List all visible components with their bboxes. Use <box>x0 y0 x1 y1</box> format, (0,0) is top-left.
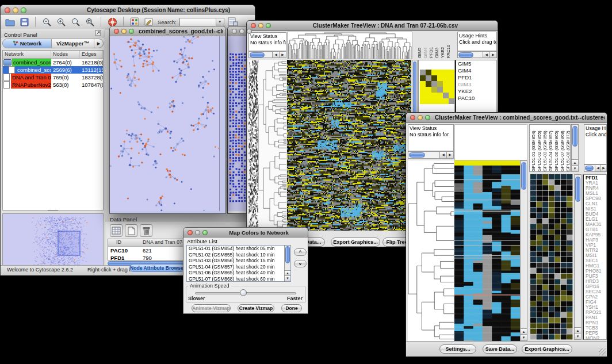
network1-hscrollbar[interactable] <box>110 211 225 213</box>
matrix-cell[interactable] <box>420 75 426 81</box>
network1-titlebar[interactable]: combined_scores_good.txt--cluste... <box>110 26 225 37</box>
scroll-left-icon[interactable]: ◀ <box>595 165 600 171</box>
scroll-thumb[interactable] <box>521 162 526 190</box>
attribute-listbox[interactable]: GPL51-01 (GSM854) heat shock 05 minGPL51… <box>186 245 291 282</box>
scroll-left-icon[interactable]: ◀ <box>272 52 279 58</box>
matrix-cell[interactable] <box>426 93 431 98</box>
tab-network[interactable]: Network <box>3 39 51 48</box>
minimize-button[interactable] <box>239 29 244 34</box>
network-canvas-1[interactable] <box>110 36 219 211</box>
export-graphics-button[interactable]: Export Graphics... <box>522 344 572 354</box>
open-file-icon[interactable] <box>4 16 16 28</box>
network-table-row[interactable]: combined_scores 2764(0) 16218(0) <box>3 59 103 66</box>
gene-label[interactable]: GIM3 <box>456 81 496 88</box>
move-up-button[interactable]: ^ <box>294 248 307 256</box>
scroll-left-icon[interactable]: ◀ <box>439 152 446 158</box>
float-panel-icon[interactable] <box>91 30 101 39</box>
zoom-window-button[interactable] <box>202 230 208 235</box>
scroll-right-icon[interactable]: ▶ <box>446 152 453 158</box>
gene-label[interactable]: YKE2 <box>456 88 496 95</box>
network-table-row[interactable]: RNAPuberNov2+ 563(0) 107847(0) <box>3 81 103 89</box>
matrix-cell[interactable] <box>426 87 431 93</box>
matrix-cell[interactable] <box>449 98 454 104</box>
settings-button[interactable]: Settings... <box>439 344 476 354</box>
matrix-cell[interactable] <box>449 87 454 93</box>
column-labels-vscrollbar[interactable]: ▲ ▼ <box>571 124 579 172</box>
matrix-cell[interactable] <box>420 87 426 93</box>
scroll-down-icon[interactable]: ▼ <box>572 165 578 171</box>
minimize-button[interactable] <box>195 230 200 235</box>
matrix-cell[interactable] <box>426 98 431 104</box>
attribute-list-vscrollbar[interactable]: ▲ ▼ <box>284 246 290 281</box>
gene-label[interactable]: GIM5 <box>456 60 496 67</box>
gene-label[interactable]: PFD1 <box>456 74 496 81</box>
matrix-cell[interactable] <box>443 75 449 81</box>
matrix-cell[interactable] <box>426 70 431 75</box>
zoom-heatmap[interactable] <box>530 174 573 340</box>
matrix-cell[interactable] <box>437 93 443 98</box>
scroll-thumb[interactable] <box>572 126 577 147</box>
minimize-button[interactable] <box>121 29 127 34</box>
zoom-fit-icon[interactable] <box>70 16 81 28</box>
minimize-button[interactable] <box>258 23 263 28</box>
tab-vizmapper[interactable]: VizMapper™ <box>52 39 94 48</box>
close-button[interactable] <box>232 29 237 34</box>
matrix-cell[interactable] <box>437 70 443 75</box>
view-status-hscrollbar[interactable]: ◀ ▶ <box>248 51 286 58</box>
network-table-header[interactable]: Network Nodes Edges <box>3 51 103 59</box>
attribute-item[interactable]: GPL51-07 (GSM868) heat shock 60 min <box>187 276 290 282</box>
attribute-item[interactable]: GPL51-03 (GSM856) heat shock 15 min <box>187 258 290 264</box>
matrix-cell[interactable] <box>420 93 426 98</box>
zoom-window-button[interactable] <box>129 29 134 34</box>
delete-attribute-icon[interactable] <box>140 224 152 237</box>
heatmap-vscrollbar[interactable]: ▲ ▼ <box>520 160 527 341</box>
scroll-down-icon[interactable]: ▼ <box>521 334 527 340</box>
usage-hints-hscrollbar[interactable]: ◀ ▶ <box>584 164 607 172</box>
scroll-left-icon[interactable]: ◀ <box>483 52 489 58</box>
scroll-thumb[interactable] <box>458 52 473 58</box>
scroll-down-icon[interactable]: ▼ <box>575 333 581 339</box>
correlation-matrix[interactable] <box>420 70 454 104</box>
scroll-right-icon[interactable]: ▶ <box>600 165 606 171</box>
main-titlebar[interactable]: Cytoscape Desktop (Session Name: collins… <box>1 5 255 16</box>
zoom-in-icon[interactable] <box>55 16 67 28</box>
close-button[interactable] <box>410 115 415 120</box>
matrix-cell[interactable] <box>420 81 426 87</box>
dialog-titlebar[interactable]: Map Colors to Network <box>183 228 308 237</box>
save-data-button[interactable]: Save Data... <box>483 344 517 354</box>
close-button[interactable] <box>114 29 119 34</box>
network-table-row-selected[interactable]: combined_sco 2569(6) 13112(15) <box>3 66 103 74</box>
gene-label[interactable]: PAC10 <box>456 95 496 102</box>
gene-dendrogram[interactable] <box>408 160 454 341</box>
zoom-window-button[interactable] <box>266 23 271 28</box>
matrix-cell[interactable] <box>443 70 449 75</box>
minimize-button[interactable] <box>13 7 18 13</box>
matrix-cell[interactable] <box>431 93 437 98</box>
save-icon[interactable] <box>18 16 30 28</box>
matrix-cell[interactable] <box>443 93 449 98</box>
zoom-heatmap-vscrollbar[interactable]: ▲ ▼ <box>574 174 582 340</box>
scroll-down-icon[interactable]: ▼ <box>285 275 290 281</box>
matrix-cell[interactable] <box>420 70 426 75</box>
gene-label[interactable]: MON2 <box>584 336 606 340</box>
scroll-thumb[interactable] <box>413 62 416 114</box>
matrix-cell[interactable] <box>449 81 454 87</box>
attribute-table-icon[interactable] <box>110 224 123 237</box>
zoom-window-button[interactable] <box>21 7 26 13</box>
matrix-cell[interactable] <box>449 75 454 81</box>
matrix-cell[interactable] <box>431 87 437 93</box>
resize-grip[interactable] <box>599 348 606 355</box>
search-dropdown-icon[interactable]: ▼ <box>216 18 224 26</box>
attribute-item[interactable]: GPL51-02 (GSM855) heat shock 10 min <box>187 252 290 258</box>
matrix-cell[interactable] <box>431 98 437 104</box>
treeview2-titlebar[interactable]: ClusterMaker TreeView : combined_scores_… <box>406 113 607 123</box>
matrix-cell[interactable] <box>437 98 443 104</box>
zoom-selected-icon[interactable] <box>84 16 95 28</box>
attribute-item[interactable]: GPL51-04 (GSM857) heat shock 20 min <box>187 264 290 270</box>
scroll-right-icon[interactable]: ▶ <box>489 52 496 58</box>
usage-hints-hscrollbar[interactable]: ◀ ▶ <box>457 51 497 58</box>
attribute-item[interactable]: GPL51-01 (GSM854) heat shock 05 min <box>187 246 290 252</box>
matrix-cell[interactable] <box>437 81 443 87</box>
search-input[interactable] <box>180 18 216 26</box>
matrix-cell[interactable] <box>431 81 437 87</box>
